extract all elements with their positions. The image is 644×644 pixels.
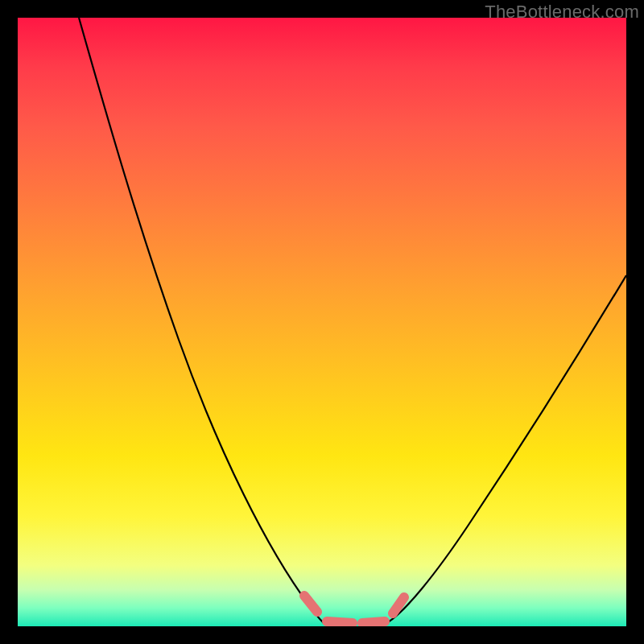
watermark-text: TheBottleneck.com	[485, 2, 639, 23]
chart-stage: TheBottleneck.com	[0, 0, 644, 644]
curve-layer	[18, 18, 626, 626]
curve-right-arm	[386, 275, 626, 623]
plot-area	[18, 18, 626, 626]
curve-left-arm	[79, 18, 324, 623]
